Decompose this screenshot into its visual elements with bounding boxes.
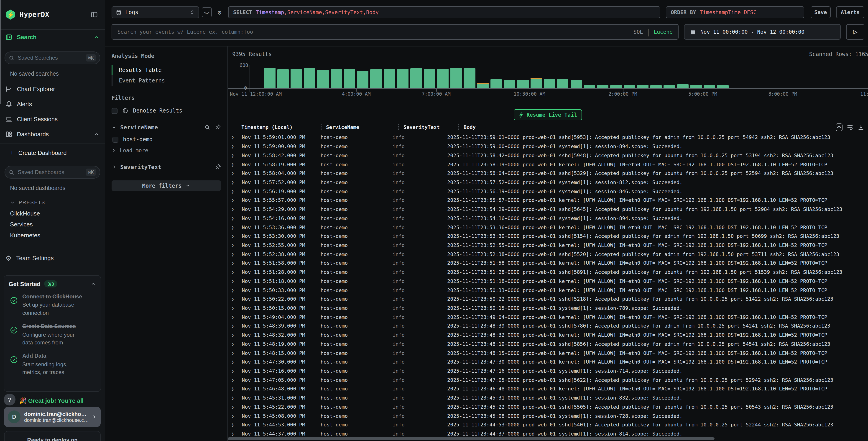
sidebar-item-alerts[interactable]: Alerts <box>0 96 105 112</box>
histogram-bar[interactable] <box>690 85 702 88</box>
expand-row-icon[interactable]: ❯ <box>231 297 239 302</box>
expand-row-icon[interactable]: ❯ <box>231 351 239 356</box>
expand-row-icon[interactable]: ❯ <box>231 207 239 212</box>
histogram-bar[interactable] <box>557 79 568 88</box>
table-row[interactable]: ❯Nov 11 5:55:57.000 PMhost-demoinfo2025-… <box>228 196 868 205</box>
histogram-bar[interactable] <box>264 68 276 88</box>
table-row[interactable]: ❯Nov 11 5:45:22.000 PMhost-demoinfo2025-… <box>228 403 868 411</box>
sidebar-item-chart-explorer[interactable]: Chart Explorer <box>0 82 105 96</box>
expand-row-icon[interactable]: ❯ <box>231 135 239 140</box>
table-row[interactable]: ❯Nov 11 5:50:33.000 PMhost-demoinfo2025-… <box>228 286 868 295</box>
checkbox[interactable] <box>112 108 118 114</box>
table-row[interactable]: ❯Nov 11 5:50:15.000 PMhost-demoinfo2025-… <box>228 304 868 313</box>
table-row[interactable]: ❯Nov 11 5:47:30.000 PMhost-demoinfo2025-… <box>228 358 868 366</box>
table-row[interactable]: ❯Nov 11 5:45:31.000 PMhost-demoinfo2025-… <box>228 393 868 403</box>
expand-row-icon[interactable]: ❯ <box>231 306 239 311</box>
help-button[interactable]: ? <box>4 393 16 406</box>
histogram-bar[interactable] <box>331 69 342 88</box>
expand-row-icon[interactable]: ❯ <box>231 270 239 275</box>
sidebar-item-search[interactable]: Search <box>0 30 105 45</box>
column-header-severitytext[interactable]: SeverityText <box>403 124 458 130</box>
get-started-item[interactable]: Connect to ClickHouseSet up your databas… <box>9 293 96 317</box>
histogram-bar[interactable] <box>357 70 369 88</box>
histogram-bar[interactable] <box>277 69 289 88</box>
denoise-results-checkbox-row[interactable]: Denoise Results <box>112 108 221 114</box>
saved-dashboards-input[interactable]: Saved Dashboards ⌘K <box>5 166 100 179</box>
histogram-bar[interactable] <box>530 79 542 88</box>
chevron-up-icon[interactable] <box>94 131 99 137</box>
table-row[interactable]: ❯Nov 11 5:52:38.000 PMhost-demoinfo2025-… <box>228 250 868 259</box>
alerts-button[interactable]: Alerts <box>836 6 864 18</box>
histogram-bar[interactable] <box>717 85 728 88</box>
histogram-bar[interactable] <box>544 79 555 88</box>
expand-row-icon[interactable]: ❯ <box>231 369 239 374</box>
histogram-bar[interactable] <box>424 69 435 88</box>
expand-row-icon[interactable]: ❯ <box>231 387 239 391</box>
order-by-input[interactable]: ORDER BY TimestampTime DESC <box>666 6 804 18</box>
column-resize-handle[interactable] <box>320 124 321 130</box>
histogram-bar[interactable] <box>451 68 462 88</box>
create-dashboard-button[interactable]: + Create Dashboard <box>0 146 105 159</box>
expand-row-icon[interactable]: ❯ <box>231 243 239 248</box>
histogram-bar[interactable] <box>344 69 355 88</box>
histogram-bar[interactable] <box>664 85 675 88</box>
expand-row-icon[interactable]: ❯ <box>231 324 239 329</box>
get-started-item[interactable]: Add DataStart sending logs, metrics, or … <box>9 352 96 377</box>
table-row[interactable]: ❯Nov 11 5:58:04.000 PMhost-demoinfo2025-… <box>228 169 868 178</box>
sql-toggle[interactable]: SQL <box>633 29 643 35</box>
table-row[interactable]: ❯Nov 11 5:57:52.000 PMhost-demoinfo2025-… <box>228 178 868 187</box>
table-row[interactable]: ❯Nov 11 5:53:30.000 PMhost-demoinfo2025-… <box>228 232 868 241</box>
expand-row-icon[interactable]: ❯ <box>231 144 239 149</box>
histogram-bar[interactable] <box>397 68 409 88</box>
wrap-text-icon[interactable] <box>846 124 854 130</box>
expand-row-icon[interactable]: ❯ <box>231 288 239 293</box>
filter-group-servicename[interactable]: ServiceName <box>112 124 221 131</box>
expand-row-icon[interactable]: ❯ <box>231 189 239 194</box>
expand-row-icon[interactable]: ❯ <box>231 153 239 158</box>
histogram-bar[interactable] <box>637 85 649 88</box>
histogram-bar[interactable] <box>677 85 689 88</box>
histogram-bar[interactable] <box>491 79 502 88</box>
expand-row-icon[interactable]: ❯ <box>231 234 239 239</box>
table-row[interactable]: ❯Nov 11 5:54:16.000 PMhost-demoinfo2025-… <box>228 214 868 223</box>
table-row[interactable]: ❯Nov 11 5:46:48.000 PMhost-demoinfo2025-… <box>228 384 868 393</box>
saved-searches-input[interactable]: Saved Searches ⌘K <box>5 52 100 64</box>
run-query-button[interactable]: ▷ <box>846 24 864 40</box>
histogram-bar[interactable] <box>384 69 395 88</box>
pin-icon[interactable] <box>215 164 221 170</box>
column-header-servicename[interactable]: ServiceName <box>326 124 398 130</box>
sidebar-scrollbar[interactable] <box>0 0 1 104</box>
histogram-bar[interactable] <box>584 85 595 88</box>
chevron-up-icon[interactable] <box>91 281 96 287</box>
table-row[interactable]: ❯Nov 11 5:59:01.000 PMhost-demoinfo2025-… <box>228 133 868 142</box>
get-started-item[interactable]: Create Data SourcesConfigure where your … <box>9 323 96 347</box>
histogram-bar[interactable] <box>304 68 315 88</box>
histogram-bar[interactable] <box>437 69 449 88</box>
settings-icon[interactable]: ⚙ <box>215 7 224 17</box>
histogram-bar[interactable] <box>290 68 302 88</box>
expand-row-icon[interactable]: ❯ <box>231 413 239 418</box>
pin-icon[interactable] <box>215 124 221 130</box>
table-row[interactable]: ❯Nov 11 5:56:19.000 PMhost-demoinfo2025-… <box>228 187 868 196</box>
histogram-bar[interactable] <box>370 69 382 88</box>
expand-row-icon[interactable]: ❯ <box>231 279 239 284</box>
preset-item-clickhouse[interactable]: ClickHouse <box>0 208 105 219</box>
table-row[interactable]: ❯Nov 11 5:49:04.000 PMhost-demoinfo2025-… <box>228 313 868 322</box>
expand-row-icon[interactable]: ❯ <box>231 342 239 347</box>
expand-row-icon[interactable]: ❯ <box>231 422 239 428</box>
histogram-bar[interactable] <box>317 70 329 88</box>
histogram-bar[interactable] <box>570 80 582 88</box>
expand-row-icon[interactable]: ❯ <box>231 162 239 167</box>
table-row[interactable]: ❯Nov 11 5:54:29.000 PMhost-demoinfo2025-… <box>228 205 868 214</box>
histogram-bar[interactable] <box>597 85 609 88</box>
expand-row-icon[interactable]: ❯ <box>231 252 239 257</box>
search-input[interactable]: Search your events w/ Lucene ex. column:… <box>112 24 679 40</box>
histogram-bar[interactable] <box>650 85 662 88</box>
collapse-sidebar-icon[interactable] <box>89 9 99 20</box>
download-icon[interactable] <box>858 124 864 130</box>
table-row[interactable]: ❯Nov 11 5:51:28.000 PMhost-demoinfo2025-… <box>228 268 868 277</box>
date-range-picker[interactable]: Nov 11 00:00:00 - Nov 12 00:00:00 <box>684 24 841 40</box>
source-select[interactable]: Logs <box>112 6 199 18</box>
table-row[interactable]: ❯Nov 11 5:52:55.000 PMhost-demoinfo2025-… <box>228 241 868 249</box>
table-row[interactable]: ❯Nov 11 5:58:19.000 PMhost-demoinfo2025-… <box>228 160 868 169</box>
